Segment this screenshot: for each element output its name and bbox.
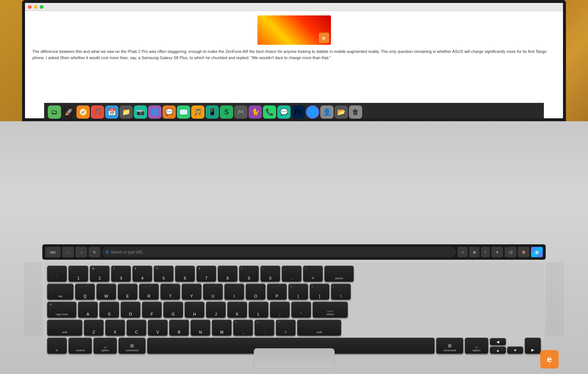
touch-bar[interactable]: esc ← → ↻ G Search or type URL ☆ ⊕ ‹ ✶ ◁… xyxy=(42,244,546,260)
key-slash[interactable]: ? / xyxy=(276,320,296,336)
tb-siri-key[interactable]: ◉ xyxy=(531,247,543,257)
dock-trash[interactable]: 🗑 xyxy=(349,105,362,119)
key-comma[interactable]: < , xyxy=(233,320,253,336)
key-e[interactable]: E xyxy=(118,284,138,300)
dock-whatsapp[interactable]: 📞 xyxy=(263,105,276,119)
dock-music[interactable]: 🎵 xyxy=(191,105,204,119)
key-capslock[interactable]: caps lock xyxy=(47,302,76,318)
tb-reload-key[interactable]: ↻ xyxy=(89,247,100,257)
key-8[interactable]: * 8 xyxy=(218,266,238,282)
dock-app13[interactable]: S xyxy=(220,105,233,119)
key-period[interactable]: > . xyxy=(254,320,274,336)
key-1[interactable]: ! 1 xyxy=(68,266,88,282)
key-minus[interactable]: _ - xyxy=(282,266,302,282)
tb-esc-key[interactable]: esc xyxy=(45,247,61,257)
dock-folder[interactable]: 📂 xyxy=(335,105,348,119)
key-backtick[interactable]: ~ ` xyxy=(47,266,67,282)
key-quote[interactable]: " ' xyxy=(291,302,311,318)
key-rbracket[interactable]: } ] xyxy=(310,284,329,300)
key-tab[interactable]: tab xyxy=(47,284,74,300)
key-j[interactable]: J xyxy=(206,302,226,318)
key-left-arrow[interactable]: ◀ xyxy=(490,338,506,345)
key-o[interactable]: O xyxy=(246,284,266,300)
tb-back-key[interactable]: ← xyxy=(62,247,74,257)
key-right-command[interactable]: ⌘ command xyxy=(436,338,463,354)
key-fn[interactable]: fn xyxy=(47,338,67,354)
key-9[interactable]: ( 9 xyxy=(239,266,259,282)
key-3[interactable]: # 3 xyxy=(111,266,131,282)
dock-app17[interactable]: 💬 xyxy=(277,105,291,119)
key-m[interactable]: M xyxy=(212,320,232,336)
key-right-shift[interactable]: shift xyxy=(297,320,341,336)
tb-brightness-key[interactable]: ✶ xyxy=(491,247,503,257)
key-semicolon[interactable]: : ; xyxy=(270,302,290,318)
key-t[interactable]: T xyxy=(160,284,180,300)
key-0[interactable]: ) 0 xyxy=(260,266,280,282)
key-x[interactable]: X xyxy=(105,320,125,336)
key-s[interactable]: S xyxy=(99,302,119,318)
key-equals[interactable]: + = xyxy=(303,266,323,282)
key-left-option[interactable]: alt option xyxy=(93,338,117,354)
dock-safari[interactable]: 🧭 xyxy=(76,105,90,119)
key-k[interactable]: K xyxy=(227,302,247,318)
key-g[interactable]: G xyxy=(163,302,183,318)
dock-calendar[interactable]: 📅 xyxy=(105,105,118,119)
key-lbracket[interactable]: { [ xyxy=(288,284,308,300)
dock-launchpad[interactable]: 🚀 xyxy=(62,105,75,119)
dock-app20[interactable]: 👤 xyxy=(320,105,334,119)
key-i[interactable]: I xyxy=(224,284,244,300)
key-u[interactable]: U xyxy=(203,284,223,300)
tb-search-bar[interactable]: G Search or type URL xyxy=(102,247,456,257)
dock-app14[interactable]: 🎮 xyxy=(234,105,247,119)
dock-app15[interactable]: 🐈 xyxy=(249,105,262,119)
tb-chevron-key[interactable]: ‹ xyxy=(481,247,490,257)
key-2[interactable]: @ 2 xyxy=(90,266,110,282)
key-d[interactable]: D xyxy=(121,302,140,318)
key-left-shift[interactable]: shift xyxy=(47,320,82,336)
key-l[interactable]: L xyxy=(249,302,268,318)
tb-volume-key[interactable]: ◁) xyxy=(505,247,516,257)
key-n[interactable]: N xyxy=(190,320,210,336)
key-p[interactable]: P xyxy=(267,284,287,300)
key-a[interactable]: A xyxy=(78,302,98,318)
key-q[interactable]: Q xyxy=(75,284,95,300)
key-b[interactable]: B xyxy=(169,320,189,336)
key-z[interactable]: Z xyxy=(84,320,104,336)
key-4[interactable]: $ 4 xyxy=(132,266,152,282)
key-v[interactable]: V xyxy=(148,320,168,336)
key-c[interactable]: C xyxy=(126,320,146,336)
key-7[interactable]: & 7 xyxy=(196,266,216,282)
key-right-option[interactable]: alt option xyxy=(465,338,488,354)
dock-ps[interactable]: Ps xyxy=(292,105,305,119)
dock-app9[interactable]: 💬 xyxy=(163,105,176,119)
close-button[interactable] xyxy=(28,5,32,9)
tb-forward-key[interactable]: → xyxy=(75,247,87,257)
dock-chrome[interactable]: 🌐 xyxy=(306,105,319,119)
key-right-arrow[interactable]: ▶ xyxy=(525,338,541,354)
trackpad[interactable] xyxy=(254,348,335,368)
dock-app8[interactable]: 🌐 xyxy=(148,105,161,119)
dock-app7[interactable]: 📷 xyxy=(134,105,147,119)
key-5[interactable]: % 5 xyxy=(154,266,174,282)
dock-app6[interactable]: 📁 xyxy=(120,105,133,119)
maximize-button[interactable] xyxy=(40,5,43,9)
tb-add-tab-key[interactable]: ⊕ xyxy=(469,247,480,257)
dock-app4[interactable]: 🎵 xyxy=(91,105,104,119)
dock-appstore[interactable]: 📱 xyxy=(206,105,219,119)
minimize-button[interactable] xyxy=(34,5,38,9)
key-w[interactable]: W xyxy=(96,284,116,300)
key-control[interactable]: control xyxy=(68,338,92,354)
key-6[interactable]: ^ 6 xyxy=(175,266,195,282)
key-backslash[interactable]: | \ xyxy=(331,284,351,300)
key-f[interactable]: F xyxy=(142,302,162,318)
key-y[interactable]: Y xyxy=(182,284,202,300)
key-r[interactable]: R xyxy=(139,284,159,300)
key-down-arrow[interactable]: ▼ xyxy=(507,346,523,354)
tb-mute-key[interactable]: 🔇 xyxy=(518,247,530,257)
dock-finder[interactable]: 🗂 xyxy=(48,105,61,119)
key-h[interactable]: H xyxy=(185,302,204,318)
key-left-command[interactable]: ⌘ command xyxy=(118,338,146,354)
tb-bookmark-key[interactable]: ☆ xyxy=(457,247,468,257)
key-up-arrow[interactable]: ▲ xyxy=(490,346,506,354)
key-delete[interactable]: delete xyxy=(324,266,354,282)
